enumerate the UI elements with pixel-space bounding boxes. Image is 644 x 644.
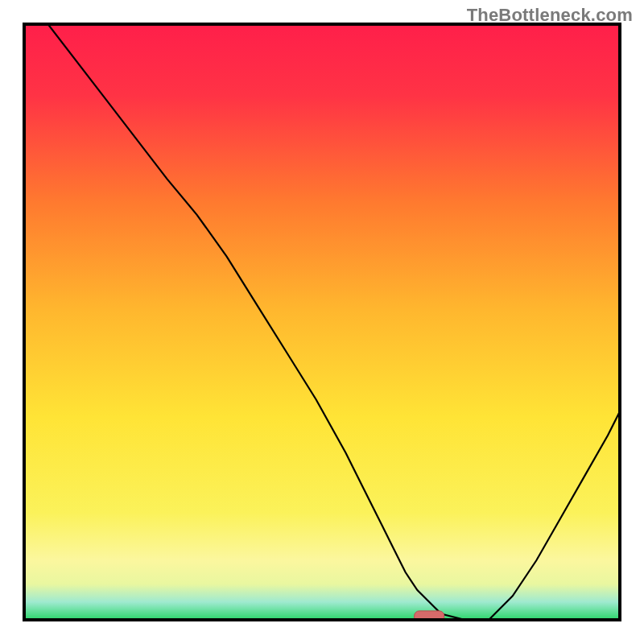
plot-background <box>24 24 620 620</box>
chart-svg <box>0 0 644 644</box>
bottleneck-chart: TheBottleneck.com <box>0 0 644 644</box>
watermark-label: TheBottleneck.com <box>467 5 633 26</box>
